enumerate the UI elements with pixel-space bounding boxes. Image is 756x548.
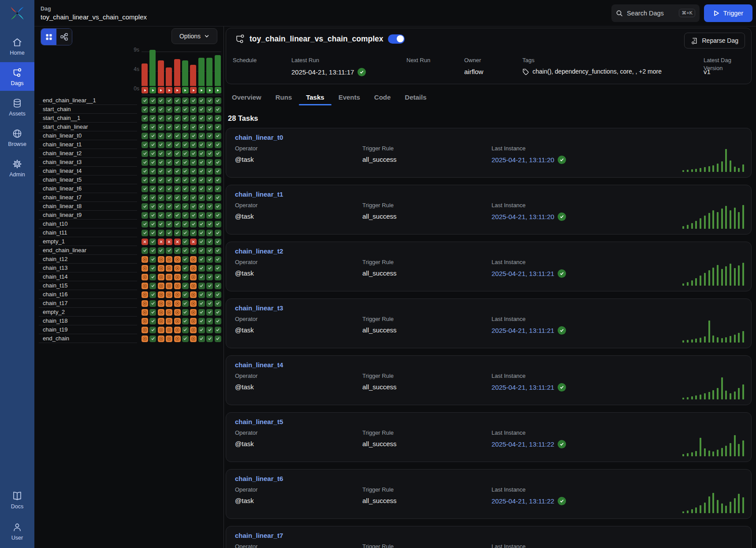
task-instance-square-success[interactable] bbox=[166, 124, 172, 130]
sparkline-bar[interactable] bbox=[700, 395, 701, 399]
dag-run-square-success[interactable] bbox=[215, 87, 221, 93]
task-instance-square-success[interactable] bbox=[158, 97, 164, 104]
sparkline-bar[interactable] bbox=[708, 166, 710, 172]
task-name-label[interactable]: chain_linear_t3 bbox=[43, 159, 82, 165]
sparkline-bar[interactable] bbox=[682, 283, 684, 286]
task-instance-square-success[interactable] bbox=[182, 318, 189, 324]
task-instance-square-upstream_failed[interactable] bbox=[190, 327, 197, 333]
sparkline-bar[interactable] bbox=[730, 336, 731, 343]
task-instance-square-success[interactable] bbox=[198, 291, 205, 298]
task-instance-square-success[interactable] bbox=[149, 159, 156, 166]
task-instance-square-success[interactable] bbox=[206, 283, 213, 289]
task-instance-square-upstream_failed[interactable] bbox=[166, 309, 172, 316]
task-instance-square-failed[interactable] bbox=[158, 239, 164, 245]
task-instance-square-upstream_failed[interactable] bbox=[166, 265, 172, 272]
task-instance-square-success[interactable] bbox=[166, 221, 172, 227]
sparkline-bar[interactable] bbox=[687, 340, 689, 343]
task-instance-square-success[interactable] bbox=[158, 212, 164, 219]
sparkline-bar[interactable] bbox=[700, 438, 701, 456]
sparkline-bar[interactable] bbox=[738, 388, 740, 399]
sparkline-bar[interactable] bbox=[704, 503, 706, 513]
task-instance-square-success[interactable] bbox=[215, 168, 221, 175]
task-instance-square-success[interactable] bbox=[206, 177, 213, 183]
airflow-logo[interactable] bbox=[0, 0, 34, 26]
task-instance-square-success[interactable] bbox=[206, 150, 213, 157]
sparkline-bar[interactable] bbox=[738, 494, 740, 513]
task-instance-square-upstream_failed[interactable] bbox=[174, 336, 181, 342]
task-instance-square-success[interactable] bbox=[166, 186, 172, 192]
last-instance-link[interactable]: 2025-04-21, 13:11:22 bbox=[492, 440, 566, 448]
sparkline-bar[interactable] bbox=[730, 502, 731, 513]
search-dags-input[interactable]: Search Dags ⌘+K bbox=[611, 4, 700, 22]
sparkline-bar[interactable] bbox=[742, 263, 744, 286]
last-instance-link[interactable]: 2025-04-21, 13:11:21 bbox=[492, 326, 566, 335]
sparkline-bar[interactable] bbox=[725, 206, 727, 229]
task-instance-square-success[interactable] bbox=[190, 97, 197, 104]
tab-overview[interactable]: Overview bbox=[225, 89, 268, 105]
dag-run-square-failed[interactable] bbox=[190, 87, 197, 93]
task-instance-square-success[interactable] bbox=[198, 115, 205, 122]
sparkline-bar[interactable] bbox=[687, 397, 689, 399]
task-name-label[interactable]: chain_linear_t8 bbox=[43, 203, 82, 209]
tab-tasks[interactable]: Tasks bbox=[299, 89, 331, 105]
sparkline-bar[interactable] bbox=[717, 212, 719, 229]
task-instance-square-success[interactable] bbox=[166, 203, 172, 210]
task-instance-square-success[interactable] bbox=[174, 186, 181, 192]
task-instance-square-success[interactable] bbox=[174, 168, 181, 175]
task-instance-square-success[interactable] bbox=[182, 177, 189, 183]
task-instance-square-success[interactable] bbox=[182, 142, 189, 148]
task-instance-square-success[interactable] bbox=[149, 318, 156, 324]
task-instance-square-success[interactable] bbox=[149, 300, 156, 307]
task-instance-square-upstream_failed[interactable] bbox=[158, 300, 164, 307]
task-instance-square-success[interactable] bbox=[142, 203, 148, 210]
task-instance-square-success[interactable] bbox=[158, 159, 164, 166]
task-instance-square-success[interactable] bbox=[149, 97, 156, 104]
task-instance-square-success[interactable] bbox=[182, 230, 189, 236]
task-name-label[interactable]: chain_t12 bbox=[43, 256, 67, 262]
task-instance-square-upstream_failed[interactable] bbox=[190, 291, 197, 298]
task-instance-square-upstream_failed[interactable] bbox=[142, 256, 148, 263]
task-name-label[interactable]: empty_1 bbox=[43, 238, 65, 245]
task-instance-square-success[interactable] bbox=[215, 230, 221, 236]
sparkline-bar[interactable] bbox=[700, 168, 701, 172]
task-instance-square-success[interactable] bbox=[166, 97, 172, 104]
task-name-label[interactable]: chain_t11 bbox=[43, 229, 67, 236]
trigger-button[interactable]: Trigger bbox=[704, 4, 752, 22]
task-instance-square-success[interactable] bbox=[206, 291, 213, 298]
task-instance-square-success[interactable] bbox=[149, 194, 156, 201]
task-instance-square-success[interactable] bbox=[182, 124, 189, 130]
task-instance-square-success[interactable] bbox=[190, 115, 197, 122]
task-instance-square-success[interactable] bbox=[198, 318, 205, 324]
task-instance-square-success[interactable] bbox=[206, 97, 213, 104]
sparkline-bar[interactable] bbox=[742, 497, 744, 513]
task-instance-square-success[interactable] bbox=[182, 239, 189, 245]
task-instance-square-success[interactable] bbox=[149, 186, 156, 192]
sparkline-bar[interactable] bbox=[717, 164, 719, 172]
task-instance-square-success[interactable] bbox=[182, 309, 189, 316]
task-instance-square-success[interactable] bbox=[215, 124, 221, 130]
sparkline-bar[interactable] bbox=[712, 451, 714, 456]
task-instance-square-upstream_failed[interactable] bbox=[174, 274, 181, 280]
task-instance-square-upstream_failed[interactable] bbox=[142, 291, 148, 298]
sparkline-bar[interactable] bbox=[687, 225, 689, 229]
sparkline-bar[interactable] bbox=[691, 396, 693, 399]
task-instance-square-success[interactable] bbox=[158, 133, 164, 139]
sparkline-bar[interactable] bbox=[695, 395, 697, 399]
task-instance-square-success[interactable] bbox=[215, 300, 221, 307]
task-instance-square-success[interactable] bbox=[142, 221, 148, 227]
task-instance-square-success[interactable] bbox=[190, 124, 197, 130]
task-instance-square-success[interactable] bbox=[198, 309, 205, 316]
run-duration-bar[interactable] bbox=[190, 65, 196, 86]
task-instance-square-success[interactable] bbox=[174, 124, 181, 130]
sparkline-bar[interactable] bbox=[717, 450, 719, 456]
task-instance-square-success[interactable] bbox=[215, 309, 221, 316]
task-instance-square-upstream_failed[interactable] bbox=[158, 327, 164, 333]
last-instance-link[interactable]: 2025-04-21, 13:11:20 bbox=[492, 212, 566, 221]
task-instance-square-success[interactable] bbox=[174, 221, 181, 227]
task-instance-square-success[interactable] bbox=[158, 168, 164, 175]
task-instance-square-success[interactable] bbox=[215, 318, 221, 324]
last-instance-link[interactable]: 2025-04-21, 13:11:21 bbox=[492, 269, 566, 278]
sparkline-bar[interactable] bbox=[695, 169, 697, 172]
task-instance-square-upstream_failed[interactable] bbox=[142, 336, 148, 342]
task-instance-square-upstream_failed[interactable] bbox=[190, 318, 197, 324]
